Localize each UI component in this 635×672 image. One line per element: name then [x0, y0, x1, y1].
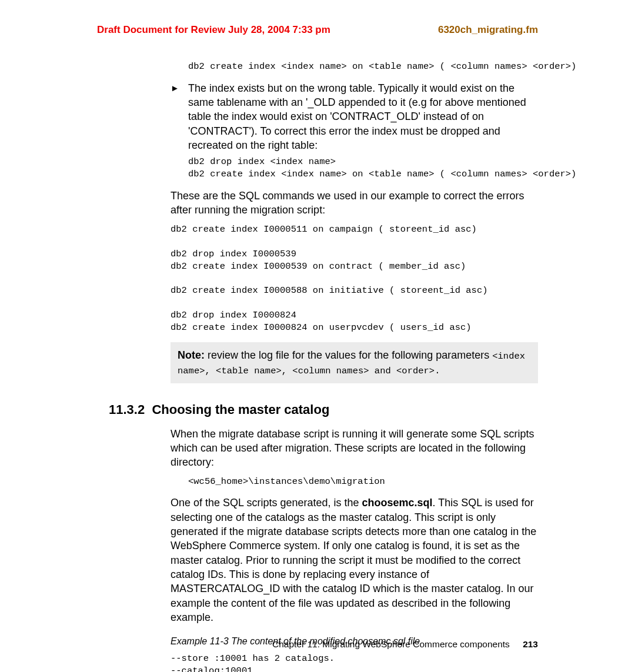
footer-chapter: Chapter 11. Migrating WebSphere Commerce… [272, 639, 510, 649]
code-example-sql: db2 create index I0000511 on campaign ( … [171, 223, 538, 334]
para-choosemc: One of the SQL scripts generated, is the… [171, 496, 538, 624]
code-choosemc-content: --store :10001 has 2 catalogs. --catalog… [171, 653, 538, 672]
para-migrate-scripts: When the migrate database script is runn… [171, 427, 538, 470]
footer: Chapter 11. Migrating WebSphere Commerce… [272, 638, 538, 651]
header-row: Draft Document for Review July 28, 2004 … [97, 24, 538, 37]
bullet-wrong-table: ► The index exists but on the wrong tabl… [171, 81, 538, 152]
section-heading: 11.3.2 Choosing the master catalog [109, 401, 538, 419]
fm-filename: 6320ch_migrating.fm [438, 24, 538, 37]
code-create-index-1: db2 create index <index name> on <table … [188, 61, 538, 73]
section-number: 11.3.2 [109, 402, 145, 417]
draft-document-label: Draft Document for Review July 28, 2004 … [97, 24, 330, 37]
choosemc-filename: choosemc.sql [362, 497, 433, 509]
para-text-b: . This SQL is used for selecting one of … [171, 497, 536, 623]
code-directory: <wc56_home>\instances\demo\migration [188, 476, 538, 488]
note-box: Note: review the log file for the values… [171, 342, 538, 383]
bullet-icon: ► [171, 81, 188, 152]
code-drop-create: db2 drop index <index name> db2 create i… [188, 156, 538, 180]
section-title: Choosing the master catalog [152, 402, 329, 417]
page-content: Draft Document for Review July 28, 2004 … [0, 0, 635, 672]
note-label: Note: [178, 349, 205, 361]
page-number: 213 [523, 639, 538, 649]
bullet-text: The index exists but on the wrong table.… [188, 81, 538, 152]
para-text-a: One of the SQL scripts generated, is the [171, 497, 362, 509]
para-sql-commands: These are the SQL commands we used in ou… [171, 189, 538, 218]
note-text: review the log file for the values for t… [205, 349, 492, 361]
